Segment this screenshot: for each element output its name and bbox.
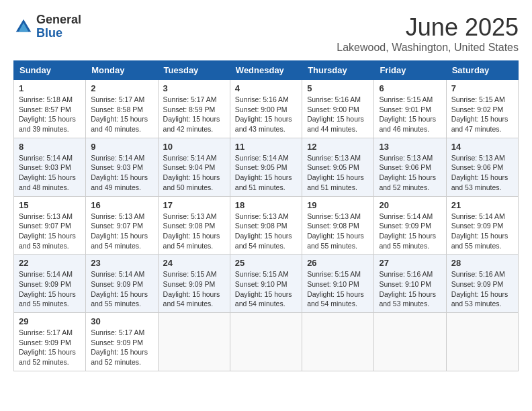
day-number: 5	[307, 83, 369, 93]
sunset-label: Sunset: 9:00 PM	[307, 105, 359, 113]
day-number: 21	[451, 200, 513, 210]
calendar-cell: 9 Sunrise: 5:14 AM Sunset: 9:03 PM Dayli…	[86, 138, 158, 196]
day-number: 8	[19, 142, 81, 152]
calendar-table: SundayMondayTuesdayWednesdayThursdayFrid…	[13, 60, 519, 371]
calendar-cell: 22 Sunrise: 5:14 AM Sunset: 9:09 PM Dayl…	[14, 255, 86, 313]
sunset-label: Sunset: 9:09 PM	[91, 338, 143, 347]
day-number: 22	[19, 258, 81, 268]
sunrise-label: Sunrise: 5:13 AM	[379, 154, 433, 162]
sunset-label: Sunset: 9:09 PM	[91, 280, 143, 288]
sunset-label: Sunset: 9:09 PM	[19, 338, 71, 347]
day-number: 7	[451, 83, 513, 93]
calendar-cell	[158, 313, 230, 371]
calendar-cell: 23 Sunrise: 5:14 AM Sunset: 9:09 PM Dayl…	[86, 255, 158, 313]
sunset-label: Sunset: 9:05 PM	[307, 163, 359, 171]
sunset-label: Sunset: 9:09 PM	[19, 280, 71, 288]
sunset-label: Sunset: 9:08 PM	[235, 222, 287, 230]
daylight-label: Daylight: 15 hours and 53 minutes.	[451, 290, 508, 308]
day-info: Sunrise: 5:15 AM Sunset: 9:02 PM Dayligh…	[451, 95, 513, 134]
daylight-label: Daylight: 15 hours and 50 minutes.	[163, 173, 220, 191]
calendar-cell	[302, 313, 374, 371]
sunrise-label: Sunrise: 5:13 AM	[163, 212, 217, 220]
day-info: Sunrise: 5:14 AM Sunset: 9:04 PM Dayligh…	[163, 153, 225, 193]
daylight-label: Daylight: 15 hours and 55 minutes.	[91, 290, 148, 308]
calendar-cell: 3 Sunrise: 5:17 AM Sunset: 8:59 PM Dayli…	[158, 80, 230, 138]
day-info: Sunrise: 5:14 AM Sunset: 9:09 PM Dayligh…	[451, 212, 513, 251]
sunrise-label: Sunrise: 5:14 AM	[19, 154, 73, 162]
daylight-label: Daylight: 15 hours and 55 minutes.	[379, 232, 436, 250]
day-number: 4	[235, 83, 297, 93]
sunrise-label: Sunrise: 5:15 AM	[379, 95, 433, 103]
calendar-cell: 11 Sunrise: 5:14 AM Sunset: 9:05 PM Dayl…	[230, 138, 302, 196]
sunset-label: Sunset: 8:59 PM	[163, 105, 216, 113]
day-number: 6	[379, 83, 441, 93]
sunrise-label: Sunrise: 5:14 AM	[19, 270, 73, 278]
daylight-label: Daylight: 15 hours and 52 minutes.	[19, 348, 76, 366]
daylight-label: Daylight: 15 hours and 54 minutes.	[235, 232, 292, 250]
sunrise-label: Sunrise: 5:13 AM	[307, 154, 361, 162]
day-info: Sunrise: 5:14 AM Sunset: 9:09 PM Dayligh…	[19, 269, 81, 309]
day-info: Sunrise: 5:13 AM Sunset: 9:08 PM Dayligh…	[163, 212, 225, 251]
day-number: 23	[91, 258, 152, 268]
calendar-cell: 15 Sunrise: 5:13 AM Sunset: 9:07 PM Dayl…	[14, 196, 86, 255]
header-monday: Monday	[86, 61, 158, 80]
day-info: Sunrise: 5:14 AM Sunset: 9:03 PM Dayligh…	[91, 153, 152, 193]
sunset-label: Sunset: 9:10 PM	[379, 280, 431, 288]
sunrise-label: Sunrise: 5:13 AM	[19, 212, 73, 220]
sunset-label: Sunset: 9:07 PM	[19, 222, 71, 230]
day-info: Sunrise: 5:15 AM Sunset: 9:01 PM Dayligh…	[379, 95, 441, 134]
day-info: Sunrise: 5:17 AM Sunset: 8:59 PM Dayligh…	[163, 95, 225, 134]
sunset-label: Sunset: 9:09 PM	[379, 222, 431, 230]
calendar-header-row: SundayMondayTuesdayWednesdayThursdayFrid…	[14, 61, 519, 80]
day-number: 17	[163, 200, 225, 210]
sunrise-label: Sunrise: 5:13 AM	[307, 212, 361, 220]
calendar-week-row: 22 Sunrise: 5:14 AM Sunset: 9:09 PM Dayl…	[14, 255, 519, 313]
sunrise-label: Sunrise: 5:14 AM	[235, 154, 289, 162]
daylight-label: Daylight: 15 hours and 54 minutes.	[307, 290, 364, 308]
sunrise-label: Sunrise: 5:14 AM	[163, 154, 217, 162]
day-info: Sunrise: 5:13 AM Sunset: 9:08 PM Dayligh…	[235, 212, 297, 251]
day-info: Sunrise: 5:16 AM Sunset: 9:09 PM Dayligh…	[451, 269, 513, 309]
header-thursday: Thursday	[302, 61, 374, 80]
sunset-label: Sunset: 9:02 PM	[451, 105, 504, 113]
day-number: 2	[91, 83, 152, 93]
sunrise-label: Sunrise: 5:16 AM	[307, 95, 361, 103]
daylight-label: Daylight: 15 hours and 53 minutes.	[19, 232, 76, 250]
sunrise-label: Sunrise: 5:15 AM	[235, 270, 289, 278]
sunset-label: Sunset: 9:03 PM	[91, 163, 143, 171]
sunrise-label: Sunrise: 5:15 AM	[451, 95, 505, 103]
calendar-cell: 13 Sunrise: 5:13 AM Sunset: 9:06 PM Dayl…	[374, 138, 446, 196]
day-info: Sunrise: 5:14 AM Sunset: 9:03 PM Dayligh…	[19, 153, 81, 193]
calendar-week-row: 8 Sunrise: 5:14 AM Sunset: 9:03 PM Dayli…	[14, 138, 519, 196]
logo-blue-text: Blue	[36, 27, 81, 40]
day-number: 11	[235, 142, 297, 152]
daylight-label: Daylight: 15 hours and 53 minutes.	[451, 173, 508, 191]
day-info: Sunrise: 5:13 AM Sunset: 9:07 PM Dayligh…	[91, 212, 152, 251]
daylight-label: Daylight: 15 hours and 51 minutes.	[307, 173, 364, 191]
sunset-label: Sunset: 9:04 PM	[163, 163, 216, 171]
logo: General Blue	[13, 13, 81, 40]
day-number: 29	[19, 316, 81, 326]
day-info: Sunrise: 5:17 AM Sunset: 9:09 PM Dayligh…	[19, 328, 81, 367]
day-number: 13	[379, 142, 441, 152]
day-info: Sunrise: 5:17 AM Sunset: 8:58 PM Dayligh…	[91, 95, 152, 134]
calendar-cell	[374, 313, 446, 371]
calendar-cell	[446, 313, 518, 371]
calendar-cell: 29 Sunrise: 5:17 AM Sunset: 9:09 PM Dayl…	[14, 313, 86, 371]
sunrise-label: Sunrise: 5:16 AM	[235, 95, 289, 103]
day-number: 30	[91, 316, 152, 326]
day-number: 1	[19, 83, 81, 93]
day-number: 15	[19, 200, 81, 210]
day-number: 28	[451, 258, 513, 268]
daylight-label: Daylight: 15 hours and 47 minutes.	[451, 115, 508, 133]
sunset-label: Sunset: 9:01 PM	[379, 105, 431, 113]
sunrise-label: Sunrise: 5:16 AM	[451, 270, 505, 278]
sunrise-label: Sunrise: 5:13 AM	[451, 154, 505, 162]
sunset-label: Sunset: 9:03 PM	[19, 163, 71, 171]
sunrise-label: Sunrise: 5:16 AM	[379, 270, 433, 278]
title-area: June 2025 Lakewood, Washington, United S…	[337, 13, 519, 54]
calendar-week-row: 15 Sunrise: 5:13 AM Sunset: 9:07 PM Dayl…	[14, 196, 519, 255]
day-info: Sunrise: 5:15 AM Sunset: 9:09 PM Dayligh…	[163, 269, 225, 309]
calendar-cell: 6 Sunrise: 5:15 AM Sunset: 9:01 PM Dayli…	[374, 80, 446, 138]
day-number: 19	[307, 200, 369, 210]
